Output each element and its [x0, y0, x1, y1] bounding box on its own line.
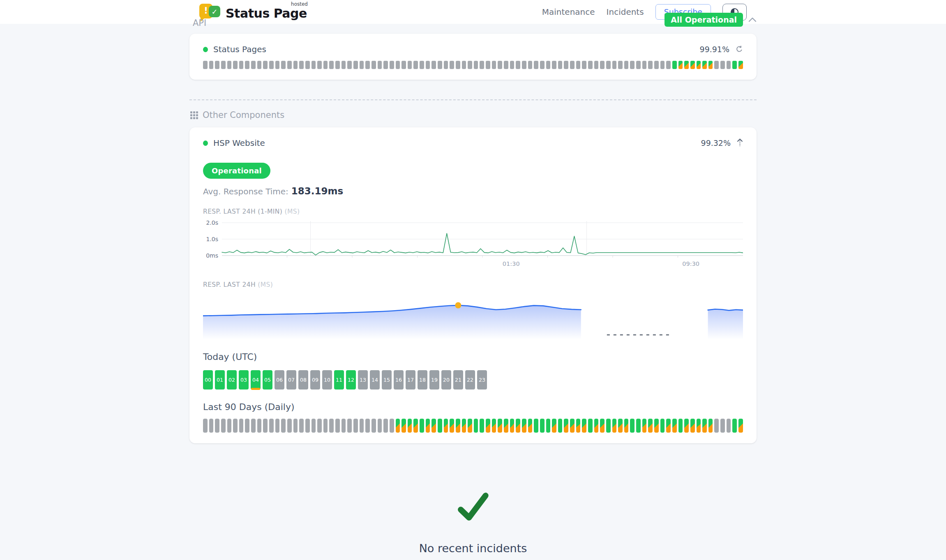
uptime-bar-empty [576, 61, 581, 69]
no-incidents-title: No recent incidents [419, 542, 527, 555]
nav-maintenance[interactable]: Maintenance [542, 7, 595, 17]
uptime-bar-empty [612, 61, 617, 69]
uptime-bar-empty [311, 419, 316, 433]
uptime-bar-empty [329, 419, 334, 433]
uptime-bar-empty [396, 61, 400, 69]
uptime-bar-degraded [697, 61, 701, 69]
uptime-bar-degraded [738, 61, 743, 69]
uptime-bar-empty [582, 61, 586, 69]
uptime-bar-empty [390, 61, 394, 69]
uptime-bars-90d [203, 61, 743, 69]
uptime-percentage: 99.91% [700, 45, 729, 54]
uptime-bar-empty [245, 61, 249, 69]
uptime-bar-empty [341, 61, 346, 69]
uptime-bar-empty [444, 61, 448, 69]
uptime-bar-empty [413, 61, 418, 69]
uptime-bar-empty [431, 61, 436, 69]
minute-chart-title: RESP. LAST 24H (1-MIN) [203, 208, 282, 215]
collapse-chevron-up-icon[interactable] [748, 17, 757, 22]
uptime-bar-degraded [648, 419, 653, 433]
uptime-bar-up [660, 419, 665, 433]
refresh-icon[interactable] [736, 46, 743, 53]
uptime-bar-empty [371, 419, 376, 433]
uptime-bar-degraded [462, 419, 466, 433]
overall-status-badge[interactable]: All Operational [665, 13, 743, 27]
uptime-bar-up [630, 419, 635, 433]
uptime-bar-empty [426, 61, 430, 69]
uptime-bar-empty [221, 61, 226, 69]
avg-response-label: Avg. Response Time: [203, 187, 288, 196]
uptime-bar-degraded [504, 419, 508, 433]
uptime-bar-empty [401, 61, 406, 69]
uptime-bar-empty [341, 419, 346, 433]
uptime-bar-empty [727, 419, 731, 433]
uptime-bar-up [474, 419, 478, 433]
uptime-bar-degraded [510, 419, 515, 433]
uptime-bar-empty [287, 61, 292, 69]
status-dot [203, 141, 208, 146]
uptime-bar-empty [588, 61, 593, 69]
uptime-bar-empty [293, 61, 298, 69]
uptime-bar-empty [468, 61, 472, 69]
uptime-bar-empty [365, 61, 370, 69]
uptime-bar-up [534, 419, 538, 433]
uptime-bar-degraded [600, 419, 605, 433]
minute-chart-label: RESP. LAST 24H (1-MIN) (MS) [203, 208, 743, 215]
uptime-bar-empty [317, 419, 322, 433]
uptime-bar-empty [245, 419, 249, 433]
uptime-bar-empty [305, 419, 310, 433]
uptime-bar-degraded [684, 61, 689, 69]
trend-up-icon [737, 138, 743, 147]
uptime-bar-empty [239, 419, 244, 433]
uptime-bar-empty [323, 419, 328, 433]
uptime-percentage: 99.32% [701, 138, 731, 147]
hour-block-06: 06 [275, 370, 284, 389]
uptime-bar-degraded [396, 419, 400, 433]
daily-chart-title: RESP. LAST 24H [203, 281, 256, 288]
dashed-divider [189, 99, 757, 100]
uptime-bar-empty [648, 61, 653, 69]
uptime-bar-degraded [690, 419, 695, 433]
uptime-bar-empty [215, 419, 219, 433]
uptime-bar-empty [450, 61, 454, 69]
hour-block-10: 10 [322, 370, 332, 389]
uptime-bar-degraded [576, 419, 581, 433]
hour-block-00: 00 [203, 370, 213, 389]
hour-block-23: 23 [477, 370, 487, 389]
uptime-bar-empty [552, 61, 556, 69]
uptime-bar-empty [438, 61, 442, 69]
uptime-bar-empty [287, 419, 292, 433]
uptime-bar-empty [630, 61, 635, 69]
uptime-bar-degraded [431, 419, 436, 433]
uptime-bar-empty [317, 61, 322, 69]
hour-block-08: 08 [298, 370, 308, 389]
uptime-bar-empty [203, 61, 208, 69]
uptime-bar-empty [360, 419, 364, 433]
chart-marker-dot [455, 302, 461, 309]
uptime-bar-degraded [672, 419, 677, 433]
uptime-bar-empty [504, 61, 508, 69]
uptime-bar-degraded [678, 61, 683, 69]
current-hour-marker [251, 388, 260, 390]
uptime-bar-empty [251, 61, 256, 69]
uptime-bar-up [678, 419, 683, 433]
overall-status-area: All Operational [665, 13, 757, 27]
uptime-bar-degraded [564, 419, 568, 433]
uptime-bar-empty [323, 61, 328, 69]
uptime-bar-up [606, 419, 611, 433]
hsp-website-card: HSP Website 99.32% Operational Avg. Resp… [189, 127, 757, 443]
uptime-bar-degraded [690, 61, 695, 69]
nav-incidents[interactable]: Incidents [607, 7, 644, 17]
hour-block-07: 07 [286, 370, 296, 389]
uptime-bar-empty [498, 61, 502, 69]
uptime-bar-empty [353, 61, 358, 69]
uptime-bar-degraded [468, 419, 472, 433]
uptime-bar-empty [624, 61, 629, 69]
uptime-bar-empty [486, 61, 490, 69]
uptime-bar-empty [714, 419, 719, 433]
hour-block-15: 15 [382, 370, 392, 389]
hour-block-11: 11 [334, 370, 344, 389]
uptime-bar-empty [714, 61, 719, 69]
uptime-bar-empty [654, 61, 659, 69]
component-status-badge: Operational [203, 163, 270, 179]
